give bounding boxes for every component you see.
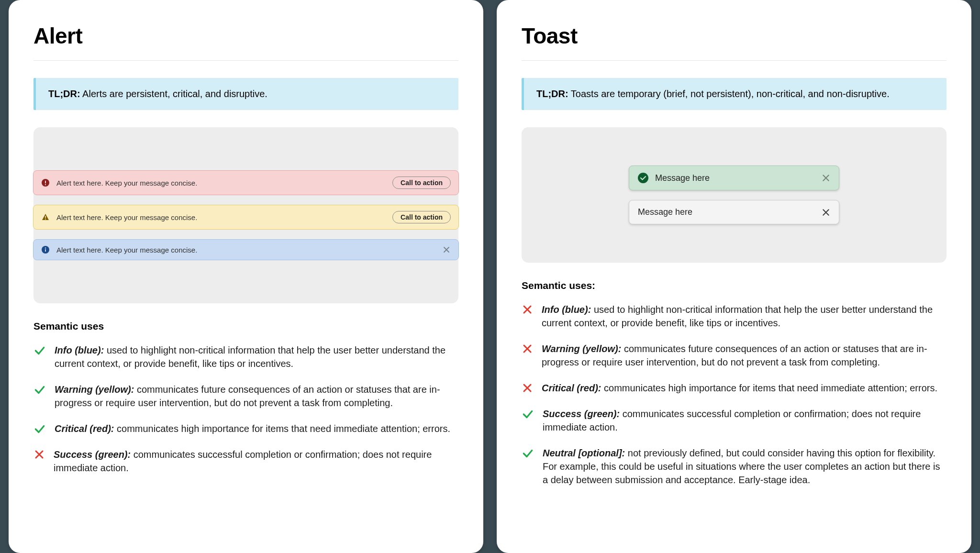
list-item: Warning (yellow): communicates future co…	[522, 342, 947, 369]
toast-semantic-list: Info (blue): used to highlight non-criti…	[522, 303, 947, 487]
alert-example-info: Alert text here. Keep your message conci…	[33, 239, 459, 260]
list-item: Warning (yellow): communicates future co…	[33, 383, 458, 409]
alert-tldr: TL;DR: Alerts are persistent, critical, …	[33, 78, 458, 110]
tldr-text: Toasts are temporary (brief, not persist…	[571, 88, 890, 99]
list-item-text: Neutral [optional]: not previously defin…	[543, 446, 947, 487]
toast-example-neutral: Message here	[629, 200, 839, 224]
list-item-text: Success (green): communicates successful…	[54, 448, 458, 475]
alert-text: Alert text here. Keep your message conci…	[56, 246, 435, 254]
toast-title: Toast	[522, 23, 947, 61]
check-icon	[33, 344, 46, 357]
close-icon[interactable]	[822, 174, 830, 182]
list-item: Success (green): communicates successful…	[33, 448, 458, 475]
check-icon	[33, 423, 46, 435]
alert-card: Alert TL;DR: Alerts are persistent, crit…	[9, 0, 483, 553]
alert-text: Alert text here. Keep your message conci…	[56, 179, 386, 187]
tldr-label: TL;DR:	[536, 88, 568, 99]
list-item-text: Warning (yellow): communicates future co…	[55, 383, 458, 409]
alert-examples: Alert text here. Keep your message conci…	[33, 127, 458, 303]
toast-examples: Message here Message here	[522, 127, 947, 263]
alert-semantic-list: Info (blue): used to highlight non-criti…	[33, 343, 458, 475]
svg-rect-3	[45, 216, 46, 218]
list-item-text: Success (green): communicates successful…	[543, 407, 947, 434]
list-item-text: Info (blue): used to highlight non-criti…	[542, 303, 947, 330]
svg-point-4	[45, 219, 46, 220]
list-item: Neutral [optional]: not previously defin…	[522, 446, 947, 487]
list-item: Critical (red): communicates high import…	[33, 422, 458, 435]
tldr-label: TL;DR:	[48, 88, 80, 99]
toast-semantic-heading: Semantic uses:	[522, 280, 947, 291]
list-item-text: Warning (yellow): communicates future co…	[542, 342, 947, 369]
alert-example-critical: Alert text here. Keep your message conci…	[33, 170, 459, 195]
list-item: Info (blue): used to highlight non-criti…	[522, 303, 947, 330]
toast-card: Toast TL;DR: Toasts are temporary (brief…	[497, 0, 971, 553]
tldr-text: Alerts are persistent, critical, and dis…	[82, 88, 267, 99]
list-item-text: Info (blue): used to highlight non-criti…	[55, 343, 458, 370]
alert-title: Alert	[33, 23, 458, 61]
svg-point-8	[638, 173, 648, 183]
list-item-text: Critical (red): communicates high import…	[55, 422, 450, 435]
list-item: Info (blue): used to highlight non-criti…	[33, 343, 458, 370]
cross-icon	[522, 382, 533, 394]
close-icon[interactable]	[822, 208, 830, 217]
cross-icon	[33, 449, 45, 460]
toast-tldr: TL;DR: Toasts are temporary (brief, not …	[522, 78, 947, 110]
svg-rect-7	[45, 249, 46, 252]
check-icon	[522, 447, 534, 460]
list-item: Critical (red): communicates high import…	[522, 381, 947, 395]
exclamation-triangle-icon	[41, 213, 50, 221]
check-icon	[522, 408, 534, 420]
svg-rect-1	[45, 181, 46, 184]
toast-example-success: Message here	[629, 166, 839, 190]
check-circle-icon	[638, 173, 648, 183]
info-circle-icon	[41, 245, 50, 254]
svg-point-2	[45, 184, 46, 185]
cross-icon	[522, 343, 533, 354]
alert-text: Alert text here. Keep your message conci…	[56, 213, 386, 221]
exclamation-circle-icon	[41, 178, 50, 187]
list-item: Success (green): communicates successful…	[522, 407, 947, 434]
alert-semantic-heading: Semantic uses	[33, 321, 458, 332]
cross-icon	[522, 304, 533, 315]
toast-text: Message here	[655, 173, 815, 183]
check-icon	[33, 384, 46, 396]
cta-button[interactable]: Call to action	[392, 211, 451, 223]
alert-example-warning: Alert text here. Keep your message conci…	[33, 205, 459, 230]
close-icon[interactable]	[442, 245, 451, 254]
svg-point-6	[45, 247, 46, 248]
cta-button[interactable]: Call to action	[392, 177, 451, 189]
toast-text: Message here	[638, 207, 815, 217]
list-item-text: Critical (red): communicates high import…	[542, 381, 937, 395]
